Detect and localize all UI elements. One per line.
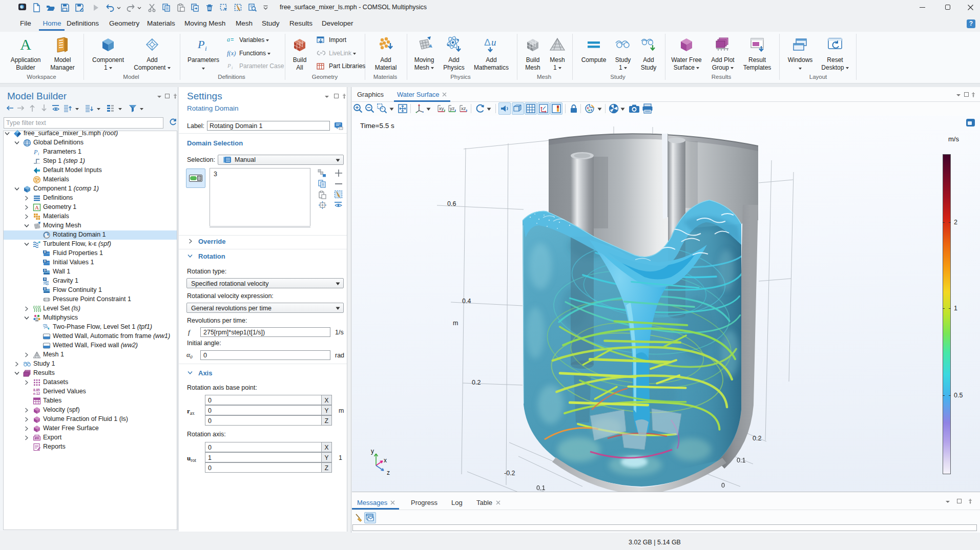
svg-text:i: i [232,66,233,70]
svg-text:e-12: e-12 [33,392,40,395]
svg-text:xz: xz [461,105,466,111]
svg-text:Δ: Δ [484,37,491,48]
svg-text:D: D [44,269,47,272]
svg-text:u: u [491,37,496,48]
svg-text:z: z [387,469,390,476]
svg-text:=: = [231,36,234,43]
svg-text:a: a [227,36,230,43]
svg-text:101: 101 [35,437,39,440]
svg-text:A: A [35,204,39,210]
svg-text:D: D [44,260,47,263]
svg-text:A: A [20,36,31,53]
svg-text:D: D [44,287,47,290]
svg-text:D: D [44,278,47,281]
svg-text:P: P [197,38,204,51]
svg-text:yz: yz [450,105,455,111]
svg-text:y: y [371,448,374,455]
svg-text:x: x [384,457,387,464]
svg-text:f(x): f(x) [227,50,236,57]
svg-text:D: D [44,250,47,253]
svg-text:i: i [205,45,207,52]
svg-text:P: P [227,62,231,69]
svg-text:i: i [38,152,39,156]
svg-text:xy: xy [439,105,444,111]
svg-text:P: P [33,149,38,156]
svg-text:8.85: 8.85 [33,388,40,392]
